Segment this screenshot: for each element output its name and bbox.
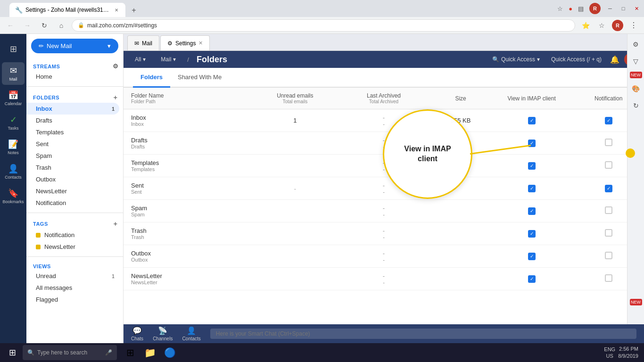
main-content: ✉ Mail ⚙ Settings ✕ All ▾ Mail ▾ / Folde… (124, 34, 644, 343)
imap-checkbox[interactable] (528, 207, 536, 215)
quick-access-btn[interactable]: 🔍 Quick Access ▾ (488, 54, 544, 65)
notification-checkbox[interactable] (605, 229, 612, 237)
contacts-item[interactable]: 👤 Contacts (182, 326, 200, 341)
imap-checkbox[interactable] (528, 140, 536, 147)
rail-item-tasks[interactable]: ✓ Tasks (2, 111, 25, 134)
address-field[interactable]: 🔒 mail.zoho.com/zm/#settings (72, 19, 575, 32)
sidebar-view-flagged[interactable]: Flagged (26, 294, 119, 305)
chrome-menu-btn[interactable]: ⋮ (627, 19, 640, 32)
close-btn[interactable]: ✕ (633, 5, 640, 12)
account-icon[interactable]: R (611, 19, 624, 32)
tab-close-btn[interactable]: ✕ (113, 7, 120, 13)
side-settings-btn[interactable]: ⚙ (629, 38, 643, 51)
bookmark-icon[interactable]: ☆ (595, 19, 608, 32)
extensions-icon[interactable]: ⭐ (579, 19, 592, 32)
minimize-btn[interactable]: ─ (606, 5, 614, 12)
refresh-btn[interactable]: ↻ (38, 19, 51, 32)
imap-checkbox[interactable] (528, 117, 536, 124)
sidebar-item-home[interactable]: Home (26, 71, 119, 82)
mail-tab[interactable]: ✉ Mail (127, 35, 159, 50)
notification-checkbox[interactable] (605, 139, 612, 146)
notification-bell[interactable]: 🔔 (609, 54, 620, 65)
notification-checkbox[interactable] (605, 274, 612, 282)
all-chevron: ▾ (143, 56, 146, 63)
add-tag-icon[interactable]: ＋ (112, 220, 119, 228)
notification-checkbox[interactable] (605, 185, 612, 192)
folders-table-scroll[interactable]: Folder Name Folder Path Unread emails To… (124, 88, 644, 323)
bookmarks-icon: 🔖 (8, 188, 18, 198)
cell-imap[interactable] (490, 200, 573, 222)
rail-item-apps[interactable]: ⊞ (2, 38, 25, 60)
side-filter-btn[interactable]: ▽ (629, 55, 643, 68)
imap-checkbox[interactable] (528, 185, 536, 192)
cell-imap[interactable] (490, 109, 573, 132)
sidebar-item-inbox[interactable]: Inbox 1 (26, 103, 119, 115)
sidebar-item-notification[interactable]: Notification (26, 197, 119, 209)
new-mail-button[interactable]: ✏ New Mail ▾ (31, 39, 118, 53)
cell-imap[interactable] (490, 155, 573, 177)
quick-access-shortcut-btn[interactable]: Quick Access (/ + q) (547, 54, 605, 65)
side-refresh-btn[interactable]: ↻ (629, 99, 643, 112)
add-folder-icon[interactable]: ＋ (112, 93, 119, 102)
chat-item[interactable]: 💬 Chats (131, 326, 143, 341)
home-btn[interactable]: ⌂ (55, 19, 68, 32)
sidebar-item-drafts[interactable]: Drafts (26, 115, 119, 126)
tab-folders[interactable]: Folders (133, 68, 170, 88)
taskbar-chrome[interactable]: 🔵 (160, 343, 179, 362)
cell-imap[interactable] (490, 245, 573, 268)
rail-item-contacts[interactable]: 👤 Contacts (2, 160, 25, 183)
sidebar-item-outbox[interactable]: Outbox (26, 173, 119, 185)
cell-imap[interactable] (490, 177, 573, 200)
streams-settings-icon[interactable]: ⚙ (113, 63, 119, 70)
taskbar-mic-icon[interactable]: 🎤 (105, 349, 112, 356)
cell-imap[interactable] (490, 132, 573, 155)
mail-tab-label: Mail (142, 40, 152, 47)
taskbar-search[interactable]: 🔍 Type here to search 🎤 (23, 345, 117, 360)
imap-checkbox[interactable] (528, 230, 536, 238)
new-tab-button[interactable]: + (127, 4, 140, 17)
sidebar-item-spam[interactable]: Spam (26, 150, 119, 162)
chrome-avatar[interactable]: R (589, 3, 601, 14)
side-color-btn[interactable]: 🎨 (629, 82, 643, 95)
rail-item-notes[interactable]: 📝 Notes (2, 136, 25, 158)
sidebar-item-templates[interactable]: Templates (26, 126, 119, 138)
tab-settings[interactable]: 🔧 Settings - Zoho Mail (rewells318... ✕ (9, 3, 125, 17)
rail-item-mail[interactable]: ✉ Mail (2, 62, 25, 85)
settings-tab-close[interactable]: ✕ (198, 40, 203, 46)
imap-checkbox[interactable] (528, 162, 536, 170)
taskbar-task-view[interactable]: ⊞ (121, 343, 140, 362)
star-icon[interactable]: ☆ (557, 5, 563, 12)
ext1-icon[interactable]: ● (569, 5, 572, 12)
ext2-icon[interactable]: ▤ (578, 5, 584, 12)
breadcrumb-mail-btn[interactable]: Mail ▾ (157, 54, 180, 65)
breadcrumb-all-btn[interactable]: All ▾ (131, 54, 149, 65)
back-btn[interactable]: ← (4, 19, 17, 32)
settings-tab[interactable]: ⚙ Settings ✕ (160, 35, 210, 50)
sidebar-item-newsletter[interactable]: NewsLetter (26, 185, 119, 197)
sidebar-tag-notification[interactable]: Notification (26, 229, 119, 241)
user-avatar[interactable]: R (612, 20, 623, 31)
sidebar-view-all[interactable]: All messages (26, 282, 119, 294)
channels-item[interactable]: 📡 Channels (153, 326, 173, 341)
rail-item-bookmarks[interactable]: 🔖 Bookmarks (2, 185, 25, 207)
cell-imap[interactable] (490, 268, 573, 290)
imap-checkbox[interactable] (528, 275, 536, 283)
rail-item-calendar[interactable]: 📅 Calendar (2, 87, 25, 109)
smart-chat-input[interactable] (210, 329, 636, 339)
sidebar-item-trash[interactable]: Trash (26, 162, 119, 173)
forward-btn[interactable]: → (21, 19, 34, 32)
imap-checkbox[interactable] (528, 253, 536, 260)
sidebar-item-sent[interactable]: Sent (26, 138, 119, 150)
notification-checkbox[interactable] (605, 252, 612, 259)
notification-checkbox[interactable] (605, 117, 612, 124)
start-button[interactable]: ⊞ (2, 343, 23, 362)
sidebar-tag-newsletter[interactable]: NewsLetter (26, 241, 119, 253)
maximize-btn[interactable]: □ (619, 5, 627, 12)
notification-checkbox[interactable] (605, 206, 612, 214)
taskbar-file-explorer[interactable]: 📁 (140, 343, 159, 362)
taskbar-clock[interactable]: 2:56 PM 8/9/2019 (618, 346, 638, 360)
cell-imap[interactable] (490, 222, 573, 245)
sidebar-view-unread[interactable]: Unread 1 (26, 270, 119, 282)
notification-checkbox[interactable] (605, 161, 612, 169)
tab-shared[interactable]: Shared With Me (170, 68, 229, 88)
